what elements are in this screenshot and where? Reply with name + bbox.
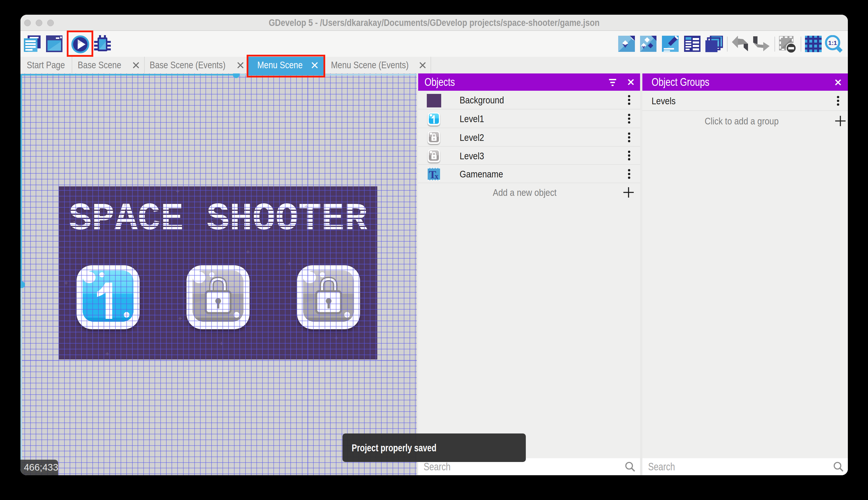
svg-text:1:1: 1:1 bbox=[828, 39, 837, 46]
